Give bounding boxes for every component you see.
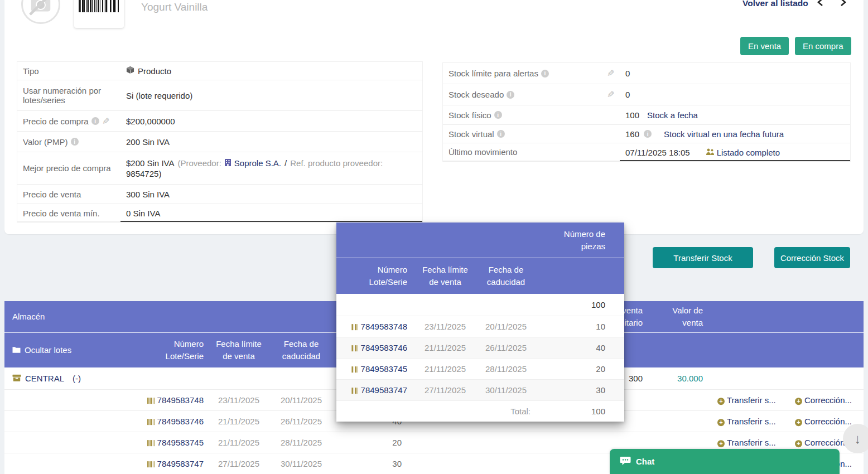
table-row: Precio de compra i ✎ $200,000000 <box>17 111 422 132</box>
row-value: 200 Sin IVA <box>126 137 170 147</box>
lote-link[interactable]: 7849583745 <box>351 364 407 374</box>
en-venta-button[interactable]: En venta <box>740 37 789 55</box>
total-label: Total: <box>472 405 531 418</box>
stock-a-fecha-link[interactable]: Stock a fecha <box>647 110 698 120</box>
plus-icon: + <box>717 398 725 405</box>
fecha-limite-venta: 21/11/2025 <box>412 342 479 354</box>
column-header-fecha-limite: Fecha límitede venta <box>412 264 479 288</box>
central-valor-venta: 30.000 <box>647 373 703 385</box>
info-icon[interactable]: i <box>541 70 549 78</box>
column-header-lote: NúmeroLote/Serie <box>105 338 204 362</box>
row-label: Precio de venta mín. <box>17 204 120 222</box>
table-row: Valor (PMP) i 200 Sin IVA <box>17 132 422 152</box>
barcode-icon <box>351 388 358 394</box>
piezas: 10 <box>549 321 605 333</box>
collapse-lotes-link[interactable]: (-) <box>73 373 81 385</box>
edit-pencil-icon[interactable]: ✎ <box>102 116 109 127</box>
plus-icon: + <box>717 440 725 447</box>
transferir-stock-button[interactable]: Transferir Stock <box>653 247 753 268</box>
lote-link[interactable]: 7849583746 <box>351 343 407 352</box>
lote-link[interactable]: 7849583748 <box>147 395 204 405</box>
supplier-label: (Proveedor: <box>177 158 221 168</box>
row-label: Usar numeración por lotes/series <box>17 81 120 109</box>
product-image-placeholder <box>21 0 60 24</box>
lote-link[interactable]: 7849583747 <box>147 459 204 468</box>
back-to-list-link[interactable]: Volver al listado <box>742 0 808 8</box>
next-product-button[interactable] <box>837 0 849 9</box>
fecha-caducidad: 30/11/2025 <box>267 458 336 470</box>
lote-link[interactable]: 7849583748 <box>351 322 407 331</box>
barcode-icon <box>147 440 155 446</box>
row-value: 300 Sin IVA <box>126 190 170 199</box>
info-icon[interactable]: i <box>507 91 514 99</box>
table-row: Último movimiento 07/11/2025 18:05 Lista… <box>443 143 850 162</box>
info-icon[interactable]: i <box>71 138 79 146</box>
lote-link[interactable]: 7849583747 <box>351 385 407 395</box>
ocultar-lotes-toggle[interactable]: Ocultar lotes <box>12 344 71 356</box>
info-icon[interactable]: i <box>644 130 652 138</box>
table-row: Precio de venta 300 Sin IVA <box>17 185 422 204</box>
stock-virtual-futuro-link[interactable]: Stock virtual en una fecha futura <box>664 129 784 139</box>
plus-icon: + <box>717 419 725 426</box>
chat-label: Chat <box>636 457 654 466</box>
barcode-icon <box>147 398 155 404</box>
fecha-caducidad: 30/11/2025 <box>472 384 539 396</box>
row-label: Último movimiento <box>449 147 517 157</box>
fecha-limite-venta: 23/11/2025 <box>412 321 479 333</box>
edit-pencil-icon[interactable]: ✎ <box>607 68 614 79</box>
scroll-down-button[interactable]: ↓ <box>843 424 868 453</box>
popup-header-row1: Número depiezas <box>336 223 624 258</box>
lote-link[interactable]: 7849583745 <box>147 438 204 447</box>
down-arrow-icon: ↓ <box>855 431 861 446</box>
product-summary-card: Yogurt Vainilla Volver al listado En ven… <box>4 0 864 234</box>
product-info-table: Tipo Producto Usar numeración por lotes/… <box>17 61 423 223</box>
transferir-stock-link[interactable]: +Transferir s... <box>717 438 776 447</box>
edit-pencil-icon[interactable]: ✎ <box>607 89 614 100</box>
fecha-caducidad: 26/11/2025 <box>267 415 336 428</box>
fecha-limite-venta: 27/11/2025 <box>412 384 479 396</box>
transferir-stock-link[interactable]: +Transferir s... <box>717 417 776 426</box>
people-icon <box>706 148 715 157</box>
column-header-almacen: Almacén <box>12 311 45 323</box>
correccion-stock-link[interactable]: +Corrección... <box>795 395 852 405</box>
piezas: 30 <box>346 458 402 470</box>
column-header-caducidad: Fecha decaducidad <box>267 338 336 362</box>
table-row: Stock deseado i ✎ 0 <box>443 84 850 105</box>
fecha-caducidad: 28/11/2025 <box>472 363 539 375</box>
fecha-limite-venta: 21/11/2025 <box>204 415 274 428</box>
chat-launcher[interactable]: Chat <box>610 449 840 474</box>
transferir-stock-link[interactable]: +Transferir s... <box>717 395 776 405</box>
barcode-icon <box>351 324 358 330</box>
fecha-caducidad: 28/11/2025 <box>267 437 336 449</box>
building-icon <box>225 158 231 168</box>
supplier-link[interactable]: Soprole S.A. <box>234 158 281 168</box>
row-value: 160 <box>625 129 639 139</box>
listado-completo-link[interactable]: Listado completo <box>717 148 780 157</box>
supplier-ref-value: 9854725) <box>126 169 161 178</box>
previous-product-button[interactable] <box>814 0 827 9</box>
fecha-caducidad: 20/11/2025 <box>267 394 336 407</box>
row-value: $200 Sin IVA <box>126 158 174 168</box>
table-row: Stock límite para alertas i ✎ 0 <box>443 63 850 84</box>
row-value: 07/11/2025 18:05 <box>625 148 690 157</box>
row-label: Tipo <box>17 62 120 80</box>
row-label: Stock límite para alertas <box>449 69 538 78</box>
correccion-stock-button[interactable]: Corrección Stock <box>774 247 850 268</box>
correccion-stock-link[interactable]: +Corrección... <box>795 417 852 426</box>
popup-lot-row: 7849583746 21/11/2025 26/11/2025 40 <box>336 337 624 359</box>
fecha-caducidad: 26/11/2025 <box>472 342 539 354</box>
warehouse-central-link[interactable]: CENTRAL <box>25 373 64 385</box>
info-icon[interactable]: i <box>494 111 502 119</box>
en-compra-button[interactable]: En compra <box>795 37 851 55</box>
row-label: Precio de compra <box>23 117 89 126</box>
row-value: $200,000000 <box>126 117 175 126</box>
column-header-valor-venta: Valor deventa <box>647 304 703 329</box>
lote-link[interactable]: 7849583746 <box>147 417 204 426</box>
product-detail-page: Yogurt Vainilla Volver al listado En ven… <box>0 0 868 474</box>
info-icon[interactable]: i <box>91 117 99 125</box>
fecha-limite-venta: 21/11/2025 <box>204 437 274 449</box>
info-icon[interactable]: i <box>497 130 505 138</box>
popup-summary-row: 100 <box>336 294 624 316</box>
piezas: 40 <box>549 342 605 354</box>
row-label: Precio de venta <box>17 185 120 204</box>
